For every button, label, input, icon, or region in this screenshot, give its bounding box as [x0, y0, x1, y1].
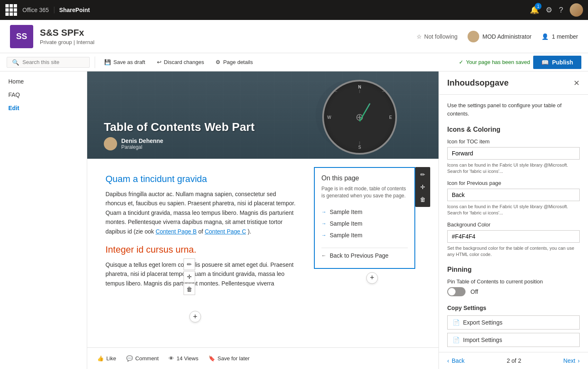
icon-prev-hint: Icons can be found in the Fabric UI styl…	[447, 204, 580, 216]
icon-prev-input[interactable]	[447, 189, 580, 201]
toc-delete-button[interactable]: 🗑	[417, 194, 429, 205]
main-layout: Home FAQ Edit N S W E ⊕	[0, 71, 588, 369]
toc-box: On this page Page is in edit mode, table…	[314, 167, 415, 269]
publish-button[interactable]: 📖 Publish	[533, 56, 581, 69]
content-page-c-link[interactable]: Content Page C	[205, 228, 246, 235]
saved-text: Your page has been saved	[466, 59, 530, 65]
hero-section: N S W E ⊕ Table of Con	[87, 71, 439, 159]
pin-toggle[interactable]	[447, 287, 466, 296]
toc-arrow-2: →	[321, 221, 326, 226]
page-toolbar: 🔍 💾 Save as draft ↩ Discard changes ⚙ Pa…	[0, 53, 588, 71]
toc-items-list: → Sample Item → Sample Item → Sample Ite…	[321, 206, 408, 241]
toc-back-label: Back to Previous Page	[330, 252, 389, 259]
office365-label: Office 365	[22, 7, 54, 13]
discard-button[interactable]: ↩ Discard changes	[153, 57, 208, 67]
toc-item-2[interactable]: → Sample Item	[321, 218, 408, 229]
import-settings-button[interactable]: 📄 Import Settings	[447, 333, 580, 347]
panel-next-label: Next	[564, 357, 576, 364]
sharepoint-label: SharePoint	[59, 7, 90, 13]
follow-label: Not following	[424, 33, 458, 40]
site-logo: SS	[10, 25, 33, 48]
like-button[interactable]: 👍 Like	[97, 355, 116, 362]
member-count: 👤 1 member	[541, 33, 578, 40]
save-draft-button[interactable]: 💾 Save as draft	[100, 57, 149, 67]
text-heading1: Quam a tincidunt gravida	[105, 174, 296, 184]
page-content: N S W E ⊕ Table of Con	[87, 71, 439, 369]
panel-header: Inhoudsopgave ✕	[439, 71, 588, 95]
panel-title: Inhoudsopgave	[447, 78, 509, 88]
panel-body: Use the settings panel to configure your…	[439, 95, 588, 352]
nav-edit-label: Edit	[8, 105, 19, 111]
notification-icon[interactable]: 🔔 1	[530, 5, 539, 15]
publish-icon: 📖	[541, 59, 549, 66]
nav-home-label: Home	[8, 78, 24, 85]
app-name: Office 365 SharePoint	[22, 7, 90, 13]
save-draft-icon: 💾	[104, 59, 111, 65]
page-details-icon: ⚙	[216, 59, 220, 65]
follow-button[interactable]: ☆ Not following	[416, 33, 458, 40]
panel-back-label: Back	[452, 357, 465, 364]
panel-back-nav[interactable]: ‹ Back	[447, 357, 465, 364]
toc-back-link[interactable]: ← Back to Previous Page	[321, 248, 408, 261]
icon-toc-input[interactable]	[447, 147, 580, 160]
bg-color-input[interactable]	[447, 230, 580, 243]
export-label: Export Settings	[463, 319, 502, 326]
search-input[interactable]	[22, 59, 84, 65]
toc-arrow-3: →	[321, 232, 326, 238]
panel-page-indicator: 2 of 2	[507, 357, 521, 364]
delete-webpart-button[interactable]: 🗑	[184, 283, 195, 295]
text-body1: Dapibus fringilla auctor ac. Nullam magn…	[105, 189, 296, 236]
comment-button[interactable]: 💬 Comment	[126, 355, 159, 362]
export-settings-button[interactable]: 📄 Export Settings	[447, 315, 580, 330]
edit-webpart-button[interactable]: ✏	[184, 258, 195, 270]
saved-message: ✓ Your page has been saved	[459, 59, 530, 65]
toc-move-button[interactable]: ✛	[417, 181, 429, 193]
content-page-b-link[interactable]: Content Page B	[156, 228, 197, 235]
export-icon: 📄	[453, 319, 460, 326]
views-icon: 👁	[169, 355, 174, 362]
panel-close-button[interactable]: ✕	[573, 79, 580, 88]
panel-next-nav[interactable]: Next ›	[564, 357, 580, 364]
toc-title: On this page	[321, 175, 408, 182]
toc-item-3[interactable]: → Sample Item	[321, 229, 408, 241]
toc-toolbar: ✏ ✛ 🗑	[415, 167, 430, 207]
admin-avatar	[468, 31, 479, 42]
copy-settings-section: Copy Settings 📄 Export Settings 📄 Import…	[447, 305, 580, 347]
user-avatar[interactable]	[570, 3, 583, 17]
link-connector: of	[198, 228, 205, 235]
icon-prev-label: Icon for Previous page	[447, 180, 580, 186]
pin-label: Pin Table of Contents to current positio…	[447, 278, 580, 285]
save-later-icon: 🔖	[208, 355, 215, 362]
icons-coloring-section: Icons & Coloring Icon for TOC item Icons…	[447, 126, 580, 258]
page-details-button[interactable]: ⚙ Page details	[211, 57, 257, 67]
add-left-button[interactable]: +	[189, 311, 201, 322]
toc-edit-button[interactable]: ✏	[417, 169, 429, 180]
nav-item-edit[interactable]: Edit	[0, 101, 87, 115]
save-later-button[interactable]: 🔖 Save for later	[208, 355, 250, 362]
move-webpart-button[interactable]: ✛	[184, 271, 195, 283]
hero-content: Table of Contents Web Part Denis Dehenne…	[104, 121, 422, 150]
nav-faq-label: FAQ	[8, 91, 20, 98]
nav-item-faq[interactable]: FAQ	[0, 88, 87, 101]
search-bar[interactable]: 🔍	[7, 57, 90, 68]
text-body2: Quisque a tellus eget lorem convallis po…	[105, 260, 296, 288]
site-header-right: ☆ Not following MOD Administrator 👤 1 me…	[416, 31, 578, 42]
toc-item-1[interactable]: → Sample Item	[321, 206, 408, 218]
toc-item-label-1: Sample Item	[330, 209, 363, 215]
help-icon[interactable]: ?	[559, 6, 563, 15]
like-label: Like	[106, 355, 116, 362]
checkmark-icon: ✓	[459, 59, 463, 65]
star-icon: ☆	[416, 33, 422, 40]
add-below-button[interactable]: +	[366, 272, 378, 284]
save-draft-label: Save as draft	[113, 59, 145, 65]
toggle-thumb	[448, 288, 456, 295]
text-column: Quam a tincidunt gravida Dapibus fringil…	[96, 167, 306, 295]
nav-item-home[interactable]: Home	[0, 75, 87, 88]
back-arrow-icon: ←	[321, 253, 326, 258]
publish-label: Publish	[552, 59, 573, 66]
waffle-menu[interactable]	[5, 4, 17, 16]
text-heading2: Integer id cursus urna.	[105, 244, 296, 255]
toc-webpart: ✏ ✛ 🗑 On this page Page is in edit mode,…	[314, 167, 430, 295]
pinning-title: Pinning	[447, 266, 580, 273]
settings-icon[interactable]: ⚙	[546, 5, 552, 15]
